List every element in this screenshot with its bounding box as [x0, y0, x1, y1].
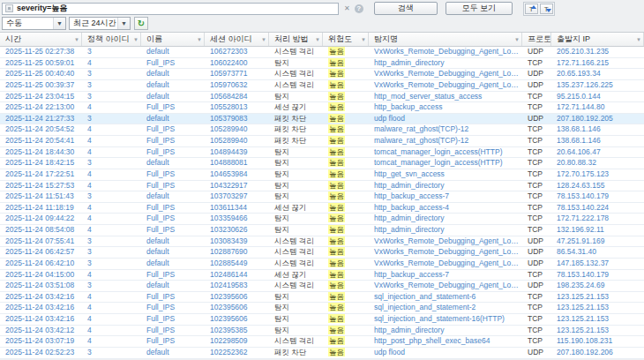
cell-policy-id: 4	[82, 292, 141, 303]
table-row[interactable]: 2025-11-24 03:42:16 4 Full_IPS 102395606…	[0, 303, 644, 314]
table-row[interactable]: 2025-11-25 00:39:37 3 default 105970632 …	[0, 80, 644, 92]
column-header-src-ip[interactable]: 출발지 IP▼	[551, 33, 644, 46]
table-row[interactable]: 2025-11-24 11:51:43 3 default 103703297 …	[0, 191, 644, 203]
severity-badge: 높음	[328, 102, 345, 111]
cell-time: 2025-11-24 23:04:15	[0, 92, 82, 102]
table-row[interactable]: 2025-11-24 04:15:00 4 Full_IPS 102486144…	[0, 270, 644, 281]
cell-policy-id: 3	[82, 259, 141, 269]
refresh-button[interactable]: ↻	[134, 17, 148, 30]
table-row[interactable]: 2025-11-24 03:42:12 4 Full_IPS 102395385…	[0, 326, 644, 337]
column-menu-icon[interactable]: ▼	[74, 37, 79, 42]
cell-policy-id: 4	[82, 225, 141, 236]
table-row[interactable]: 2025-11-24 03:51:08 3 default 102419583 …	[0, 281, 644, 292]
search-input[interactable]: severity=높음	[2, 3, 339, 15]
cell-time: 2025-11-24 03:51:08	[0, 281, 82, 291]
table-row[interactable]: 2025-11-24 17:22:51 4 Full_IPS 104653984…	[0, 169, 644, 181]
column-header-protocol[interactable]: 프로토콜▼	[522, 33, 551, 46]
cell-policy-id: 3	[82, 191, 141, 202]
table-row[interactable]: 2025-11-24 20:54:41 4 Full_IPS 105289940…	[0, 136, 644, 147]
cell-action: 시스템 격리	[269, 336, 323, 347]
cell-session-id: 105379083	[205, 114, 269, 124]
column-menu-icon[interactable]: ▼	[636, 37, 641, 42]
cell-detection-name: udp flood	[369, 348, 522, 358]
cell-session-id: 103703297	[205, 191, 269, 202]
column-header-detection[interactable]: 탐지명▼	[369, 33, 522, 46]
severity-badge: 높음	[328, 136, 345, 145]
column-menu-icon[interactable]: ▼	[361, 37, 366, 42]
cell-protocol: TCP	[522, 169, 551, 180]
column-menu-icon[interactable]: ▼	[315, 37, 320, 42]
table-row[interactable]: 2025-11-24 03:07:19 4 Full_IPS 102298509…	[0, 336, 644, 348]
table-row[interactable]: 2025-11-24 23:04:15 3 default 105684284 …	[0, 92, 644, 103]
search-button[interactable]: 검색	[374, 2, 438, 15]
table-row[interactable]: 2025-11-24 03:42:16 4 Full_IPS 102395606…	[0, 314, 644, 326]
cell-severity: 높음	[323, 303, 369, 313]
cell-session-id: 105684284	[205, 92, 269, 102]
column-header-name[interactable]: 이름▼	[141, 33, 205, 46]
cell-action: 시스템 격리	[269, 80, 323, 91]
view-all-button[interactable]: 모두 보기	[446, 2, 513, 15]
table-row[interactable]: 2025-11-25 02:27:38 3 default 106272303 …	[0, 47, 644, 58]
cell-source-ip: 147.185.132.37	[551, 259, 644, 269]
chevron-down-icon: ▼	[117, 18, 130, 29]
cell-protocol: UDP	[522, 47, 551, 57]
cell-time: 2025-11-24 18:42:15	[0, 158, 82, 169]
cell-name: default	[141, 114, 205, 124]
cell-action: 시스템 격리	[269, 247, 323, 258]
table-row[interactable]: 2025-11-25 00:59:01 4 Full_IPS 106022400…	[0, 58, 644, 70]
cell-severity: 높음	[323, 270, 369, 281]
cell-session-id: 102252362	[205, 348, 269, 358]
clear-icon[interactable]: ✕	[344, 3, 350, 15]
cell-session-id: 105973771	[205, 69, 269, 79]
cell-name: Full_IPS	[141, 303, 205, 313]
cell-policy-id: 4	[82, 336, 141, 347]
t-arrow-up-button[interactable]: T	[525, 4, 538, 14]
table-row[interactable]: 2025-11-25 00:40:40 3 default 105973771 …	[0, 69, 644, 80]
table-row[interactable]: 2025-11-24 20:54:52 4 Full_IPS 105289940…	[0, 124, 644, 136]
column-menu-icon[interactable]: ▼	[514, 37, 520, 42]
column-header-time[interactable]: 시간▼	[0, 33, 82, 46]
table-row[interactable]: 2025-11-24 22:13:00 4 Full_IPS 105528013…	[0, 102, 644, 114]
cell-detection-name: VxWorks_Remote_Debugging_Agent_Login_At.…	[369, 259, 522, 269]
cell-session-id: 106272303	[205, 47, 269, 57]
cell-detection-name: http_backup_access	[369, 102, 522, 113]
cell-name: Full_IPS	[141, 136, 205, 146]
cell-time: 2025-11-24 20:54:52	[0, 124, 82, 135]
column-header-severity[interactable]: 위험도▼	[323, 33, 369, 46]
table-row[interactable]: 2025-11-24 18:44:30 4 Full_IPS 104894439…	[0, 147, 644, 159]
table-row[interactable]: 2025-11-24 06:42:57 3 default 102887690 …	[0, 247, 644, 259]
cell-severity: 높음	[323, 80, 369, 91]
table-row[interactable]: 2025-11-24 03:42:16 4 Full_IPS 102395606…	[0, 292, 644, 304]
column-header-action[interactable]: 처리 방법▼	[269, 33, 323, 46]
cell-protocol: TCP	[522, 58, 551, 69]
severity-badge: 높음	[328, 336, 345, 345]
table-row[interactable]: 2025-11-24 18:42:15 3 default 104888081 …	[0, 158, 644, 169]
table-row[interactable]: 2025-11-24 02:52:23 3 default 102252362 …	[0, 348, 644, 359]
t-arrow-down-button[interactable]: T	[540, 4, 553, 14]
cell-time: 2025-11-24 06:42:10	[0, 259, 82, 269]
event-table: 시간▼ 정책 아이디▼ 이름▼ 세션 아이디▼ 처리 방법▼ 위험도▼ 탐지명▼…	[0, 32, 644, 359]
help-icon[interactable]: ?	[355, 4, 363, 13]
cell-protocol: UDP	[522, 259, 551, 269]
cell-severity: 높음	[323, 225, 369, 236]
column-header-session-id[interactable]: 세션 아이디▼	[205, 33, 269, 46]
cell-protocol: UDP	[522, 247, 551, 258]
column-menu-icon[interactable]: ▼	[197, 37, 202, 42]
time-range-select[interactable]: 최근 24시간 ▼	[69, 17, 131, 30]
cell-name: default	[141, 92, 205, 102]
column-menu-icon[interactable]: ▼	[133, 37, 139, 42]
table-row[interactable]: 2025-11-24 15:27:53 4 Full_IPS 104322917…	[0, 181, 644, 192]
table-row[interactable]: 2025-11-24 09:44:22 4 Full_IPS 103359466…	[0, 214, 644, 225]
table-row[interactable]: 2025-11-24 06:42:10 3 default 102885449 …	[0, 259, 644, 270]
table-row[interactable]: 2025-11-24 11:18:19 4 Full_IPS 103611344…	[0, 203, 644, 214]
cell-protocol: TCP	[522, 203, 551, 214]
cell-name: Full_IPS	[141, 292, 205, 303]
table-row[interactable]: 2025-11-24 07:55:41 3 default 103083439 …	[0, 236, 644, 248]
cell-action: 탐지	[269, 303, 323, 313]
column-header-policy-id[interactable]: 정책 아이디▼	[82, 33, 141, 46]
table-row[interactable]: 2025-11-24 21:27:33 3 default 105379083 …	[0, 114, 644, 125]
column-menu-icon[interactable]: ▼	[261, 37, 266, 42]
refresh-mode-select[interactable]: 수동 ▼	[2, 17, 66, 30]
table-row[interactable]: 2025-11-24 08:54:08 4 Full_IPS 103230626…	[0, 225, 644, 236]
cell-source-ip: 135.237.126.225	[551, 80, 644, 91]
